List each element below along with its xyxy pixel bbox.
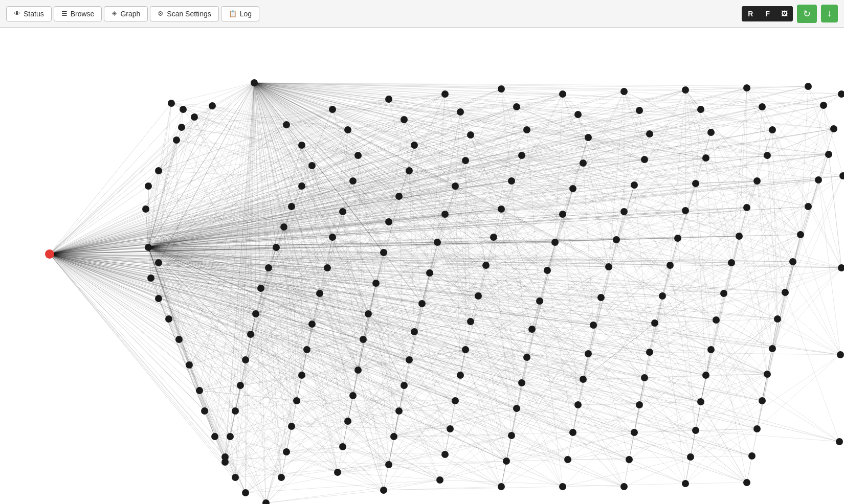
svg-point-2292 [764, 152, 771, 159]
svg-line-2134 [772, 176, 843, 349]
svg-line-2035 [747, 208, 840, 355]
svg-point-2270 [569, 429, 576, 436]
tab-graph[interactable]: ✳ Graph [104, 6, 148, 21]
svg-point-2171 [257, 285, 264, 292]
svg-point-2157 [201, 407, 208, 415]
svg-point-2178 [221, 459, 229, 466]
svg-line-1596 [450, 429, 624, 487]
graph-svg [0, 28, 844, 504]
svg-point-2189 [298, 372, 305, 379]
svg-point-2222 [390, 433, 397, 440]
svg-point-2156 [196, 387, 203, 394]
svg-line-2111 [818, 180, 841, 268]
svg-point-2257 [620, 88, 628, 95]
svg-point-2179 [329, 106, 336, 113]
svg-line-1952 [662, 268, 841, 296]
svg-point-2210 [457, 108, 464, 116]
svg-point-2214 [441, 211, 449, 218]
svg-line-2058 [716, 180, 818, 320]
refresh-button[interactable]: ↻ [797, 5, 817, 23]
svg-point-2231 [490, 234, 497, 241]
svg-point-2256 [498, 483, 505, 490]
svg-point-2166 [298, 182, 305, 190]
svg-point-2243 [585, 134, 592, 141]
r-button[interactable]: R [742, 6, 759, 21]
svg-point-2248 [544, 267, 551, 274]
tab-log[interactable]: 📋 Log [221, 6, 259, 21]
svg-point-2279 [674, 235, 681, 242]
svg-point-2321 [838, 90, 844, 98]
svg-point-2241 [559, 90, 566, 98]
tab-graph-label: Graph [120, 10, 140, 18]
svg-point-2169 [273, 244, 280, 251]
svg-point-2205 [349, 392, 357, 399]
svg-point-2163 [283, 121, 290, 128]
svg-line-1132 [286, 385, 404, 452]
tab-status[interactable]: 👁 Status [6, 6, 52, 21]
svg-line-2127 [785, 292, 839, 442]
list-icon: ☰ [61, 10, 68, 17]
svg-line-127 [50, 254, 583, 379]
svg-line-1982 [624, 405, 639, 487]
svg-point-2215 [434, 239, 441, 246]
svg-point-2212 [462, 157, 469, 164]
svg-point-2201 [372, 280, 380, 287]
svg-point-2278 [682, 207, 689, 214]
svg-point-2294 [743, 204, 750, 211]
svg-point-2147 [145, 182, 152, 190]
svg-point-2187 [308, 320, 316, 328]
svg-point-2242 [574, 111, 582, 118]
svg-line-2086 [685, 457, 691, 484]
svg-point-2228 [518, 152, 525, 159]
svg-point-2264 [605, 263, 612, 270]
svg-point-2188 [303, 346, 310, 353]
svg-point-2265 [597, 294, 605, 301]
svg-point-2237 [452, 397, 459, 404]
svg-point-2181 [354, 152, 362, 159]
svg-line-1744 [506, 457, 691, 461]
svg-point-2262 [620, 208, 628, 215]
svg-point-2221 [395, 407, 403, 415]
svg-point-2267 [585, 350, 592, 357]
svg-point-2218 [411, 328, 418, 335]
svg-line-787 [266, 490, 384, 503]
svg-line-2108 [829, 154, 841, 268]
svg-point-2186 [316, 290, 323, 297]
svg-point-2185 [324, 264, 331, 271]
svg-point-2309 [815, 176, 822, 184]
svg-point-2276 [702, 154, 709, 162]
svg-point-2250 [528, 326, 536, 333]
svg-point-2173 [247, 331, 254, 338]
svg-point-2301 [697, 398, 704, 405]
toolbar-left: 👁 Status ☰ Browse ✳ Graph ⚙ Scan Setting… [6, 6, 259, 21]
tab-scan-settings[interactable]: ⚙ Scan Settings [150, 6, 218, 21]
svg-point-2207 [339, 443, 346, 450]
svg-line-2139 [747, 456, 752, 483]
eye-icon: 👁 [14, 10, 20, 17]
svg-point-2191 [288, 423, 295, 430]
svg-point-2259 [646, 130, 653, 138]
svg-line-2114 [808, 207, 841, 268]
svg-line-1440 [399, 354, 588, 411]
svg-point-2240 [436, 476, 443, 484]
tab-browse[interactable]: ☰ Browse [54, 6, 102, 21]
svg-point-2290 [759, 103, 766, 110]
image-button[interactable]: 🖼 [776, 6, 793, 21]
svg-point-2158 [211, 433, 218, 440]
svg-point-2149 [145, 244, 152, 251]
svg-point-2273 [682, 86, 689, 94]
svg-point-2299 [707, 346, 715, 353]
svg-point-2306 [820, 102, 827, 109]
f-button[interactable]: F [759, 6, 776, 21]
download-button[interactable]: ↓ [821, 5, 838, 22]
svg-point-2291 [769, 126, 776, 133]
svg-point-2148 [142, 205, 149, 213]
red-node [45, 249, 54, 259]
svg-point-2266 [590, 322, 597, 329]
svg-point-2249 [536, 297, 543, 305]
svg-line-51 [50, 254, 286, 452]
svg-point-2142 [209, 102, 216, 109]
svg-point-2293 [753, 177, 761, 185]
svg-point-2194 [385, 96, 392, 103]
svg-point-2224 [380, 487, 387, 494]
